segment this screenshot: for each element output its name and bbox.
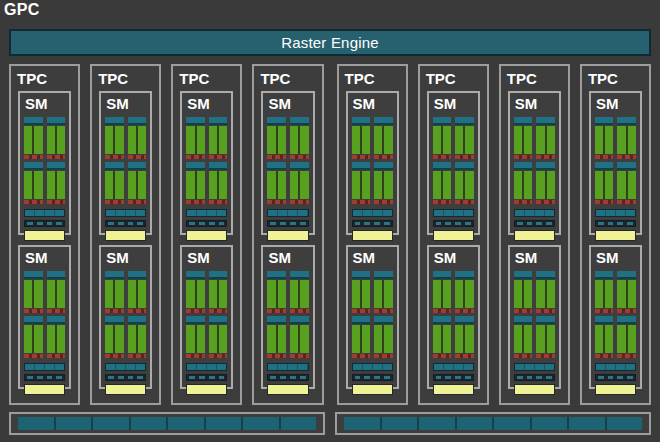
sm-label: SM (24, 94, 65, 115)
ldst-unit (189, 376, 195, 379)
core-strip (465, 280, 473, 308)
sm-block: SM (589, 245, 642, 389)
ldst-unit (199, 222, 205, 225)
l1-cache-bar (595, 209, 636, 217)
scheduler-segment (595, 117, 614, 125)
dispatch-bar (105, 155, 146, 159)
scheduler-bar (352, 162, 393, 170)
tpc-block: TPC SM (499, 64, 570, 405)
core-strip (219, 171, 227, 199)
scheduler-segment (186, 117, 205, 125)
dispatch-bar (595, 200, 636, 204)
core-strip (514, 171, 522, 199)
core-strip (443, 280, 451, 308)
core-subblock (47, 325, 66, 353)
scheduler-bar (433, 316, 474, 324)
ldst-unit (280, 222, 286, 225)
dispatch-segment (536, 354, 555, 358)
core-array (352, 171, 393, 199)
ldst-units-row (24, 220, 65, 227)
sm-stack: SM (92, 91, 159, 397)
scheduler-segment (290, 316, 309, 324)
dispatch-segment (209, 309, 228, 313)
core-strip (47, 280, 55, 308)
core-strip (352, 126, 360, 154)
l1-cache-bar (186, 209, 227, 217)
sm-block: SM (261, 91, 314, 235)
ldst-unit (27, 376, 33, 379)
scheduler-segment (47, 316, 66, 324)
core-strip (278, 280, 286, 308)
sm-processing-row (267, 271, 308, 313)
core-strip (374, 171, 382, 199)
core-strip (595, 280, 603, 308)
core-subblock (433, 126, 452, 154)
core-strip (267, 280, 275, 308)
ldst-units-row (24, 374, 65, 381)
core-subblock (455, 126, 474, 154)
tpc-block: TPC SM (90, 64, 161, 405)
core-subblock (352, 126, 371, 154)
core-subblock (455, 325, 474, 353)
tpc-block: TPC SM (171, 64, 242, 405)
dispatch-segment (514, 200, 533, 204)
sm-stack: SM (582, 91, 649, 397)
core-subblock (47, 171, 66, 199)
ldst-unit (300, 222, 306, 225)
ldst-unit (219, 222, 225, 225)
dispatch-bar (514, 155, 555, 159)
dispatch-segment (374, 155, 393, 159)
dispatch-segment (209, 354, 228, 358)
tpc-label: TPC (92, 67, 159, 91)
dispatch-segment (514, 309, 533, 313)
ldst-unit (608, 376, 614, 379)
ldst-unit (209, 222, 215, 225)
core-strip (465, 171, 473, 199)
core-strip (628, 171, 636, 199)
dispatch-segment (514, 354, 533, 358)
scheduler-segment (433, 271, 452, 279)
core-array (267, 171, 308, 199)
scheduler-bar (595, 162, 636, 170)
scheduler-bar (105, 271, 146, 279)
scheduler-segment (455, 117, 474, 125)
ldst-units-row (595, 220, 636, 227)
core-strip (628, 126, 636, 154)
raster-engine-bar: Raster Engine (9, 29, 651, 56)
core-strip (514, 280, 522, 308)
core-strip (138, 126, 146, 154)
core-strip (34, 280, 42, 308)
core-subblock (514, 126, 533, 154)
ldst-unit (47, 376, 53, 379)
sm-block: SM (180, 91, 233, 235)
sm-processing-row (267, 117, 308, 159)
core-subblock (209, 325, 228, 353)
sm-processing-row (24, 271, 65, 313)
scheduler-segment (514, 162, 533, 170)
core-strip (595, 126, 603, 154)
gpc-title: GPC (4, 1, 40, 19)
scheduler-bar (433, 271, 474, 279)
sm-processing-row (514, 316, 555, 358)
ldst-units-row (433, 220, 474, 227)
dispatch-segment (536, 200, 555, 204)
core-subblock (595, 171, 614, 199)
ldst-unit (374, 222, 380, 225)
dispatch-segment (352, 155, 371, 159)
ldst-unit (627, 376, 633, 379)
core-strip (384, 325, 392, 353)
ldst-unit (364, 376, 370, 379)
core-strip (536, 280, 544, 308)
core-subblock (128, 171, 147, 199)
sm-processing-row (595, 316, 636, 358)
core-strip (219, 325, 227, 353)
core-strip (352, 171, 360, 199)
ldst-unit (137, 376, 143, 379)
scheduler-bar (514, 271, 555, 279)
dispatch-bar (433, 309, 474, 313)
core-strip (267, 325, 275, 353)
core-strip (362, 325, 370, 353)
core-subblock (290, 171, 309, 199)
scheduler-bar (267, 117, 308, 125)
bottom-strip-segment (93, 417, 129, 430)
